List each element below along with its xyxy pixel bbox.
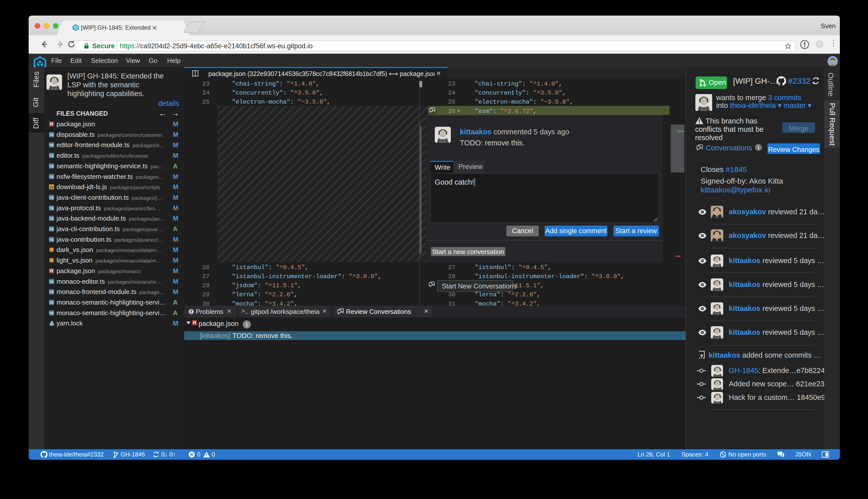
svg-text:TS: TS: [50, 238, 54, 242]
svg-text:TS: TS: [50, 154, 54, 158]
svg-text:TS: TS: [50, 311, 54, 315]
svg-text:TS: TS: [50, 206, 54, 210]
svg-text:TS: TS: [50, 164, 54, 168]
svg-text:JS: JS: [50, 185, 53, 189]
svg-text:TS: TS: [50, 290, 54, 294]
svg-text:TS: TS: [50, 280, 54, 283]
svg-text:TS: TS: [50, 143, 54, 147]
svg-text:TS: TS: [50, 175, 54, 179]
svg-text:TS: TS: [50, 301, 54, 304]
svg-text:TS: TS: [50, 196, 54, 199]
svg-text:TS: TS: [50, 217, 54, 221]
svg-text:TS: TS: [50, 227, 54, 231]
svg-text:TS: TS: [50, 133, 54, 136]
